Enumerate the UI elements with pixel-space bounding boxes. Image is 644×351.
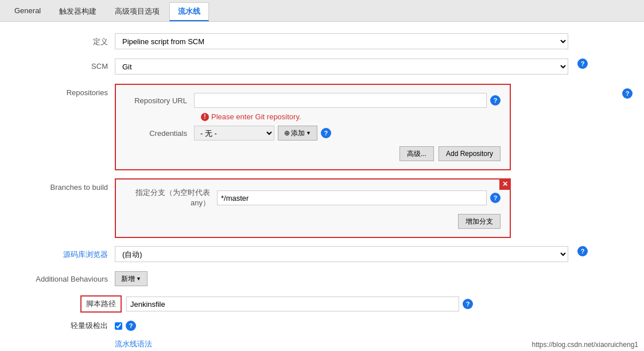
definition-section: 定义 Pipeline script from SCM — [23, 33, 633, 49]
add-credentials-arrow-icon: ▼ — [306, 130, 311, 136]
scm-select[interactable]: Git — [115, 58, 568, 75]
branch-row: 指定分支（为空时代表any） ? — [125, 188, 501, 208]
pipeline-cleanup-link[interactable]: 流水线语法 — [115, 340, 152, 348]
repo-url-input[interactable] — [194, 93, 487, 108]
add-branch-button[interactable]: 增加分支 — [458, 214, 501, 229]
behaviours-control: 新增 ▼ — [115, 271, 574, 286]
behaviours-label: Additional Behaviours — [23, 271, 115, 283]
tab-environment[interactable]: 高级项目选项 — [106, 2, 168, 21]
credentials-select[interactable]: - 无 - — [194, 126, 274, 141]
add-repository-button[interactable]: Add Repository — [439, 146, 501, 161]
repo-url-help-icon[interactable]: ? — [490, 95, 501, 106]
repositories-section: Repositories Repository URL ? ! Please e… — [23, 84, 633, 170]
repositories-label: Repositories — [23, 84, 115, 97]
lightweight-help-icon[interactable]: ? — [126, 321, 136, 331]
error-text: Please enter Git repository. — [211, 112, 301, 121]
lightweight-checkbox[interactable] — [115, 322, 122, 330]
tab-pipeline[interactable]: 流水线 — [169, 2, 209, 21]
browser-select[interactable]: (自动) — [115, 246, 568, 262]
status-bar: https://blog.csdn.net/xiaoruicheng1 — [526, 338, 644, 351]
new-behaviour-arrow-icon: ▼ — [136, 276, 141, 282]
script-path-input[interactable] — [126, 297, 459, 311]
definition-control: Pipeline script from SCM — [115, 33, 574, 49]
browser-label: 源码库浏览器 — [23, 246, 115, 260]
script-path-help-icon[interactable]: ? — [463, 299, 473, 309]
credentials-help-icon[interactable]: ? — [321, 128, 331, 138]
repo-url-label: Repository URL — [125, 96, 194, 105]
credentials-row: Credentials - 无 - ⊕ 添加 ▼ ? — [125, 126, 501, 141]
branches-label: Branches to build — [23, 178, 115, 192]
repositories-content: Repository URL ? ! Please enter Git repo… — [115, 84, 619, 170]
branches-section: Branches to build ✕ 指定分支（为空时代表any） ? 增加分… — [23, 178, 633, 238]
new-behaviour-label: 新增 — [121, 274, 135, 284]
script-path-label: 脚本路径 — [86, 299, 116, 308]
advanced-button[interactable]: 高级... — [399, 146, 434, 161]
tab-general[interactable]: General — [6, 2, 49, 21]
new-behaviour-button[interactable]: 新增 ▼ — [115, 271, 148, 286]
branch-actions: 增加分支 — [125, 214, 501, 229]
scm-label: SCM — [23, 58, 115, 71]
definition-label: 定义 — [23, 33, 115, 47]
browser-section: 源码库浏览器 (自动) ? — [23, 246, 633, 262]
add-credentials-label: 添加 — [291, 128, 305, 138]
tab-bar: General 触发器构建 高级项目选项 流水线 — [0, 0, 644, 22]
main-content: 定义 Pipeline script from SCM SCM Git ? Re… — [0, 22, 644, 351]
branches-content: ✕ 指定分支（为空时代表any） ? 增加分支 — [115, 178, 633, 238]
behaviours-section: Additional Behaviours 新增 ▼ — [23, 271, 633, 286]
branch-input[interactable] — [217, 190, 487, 205]
repositories-help-icon[interactable]: ? — [622, 88, 633, 99]
branch-label: 指定分支（为空时代表any） — [125, 188, 217, 208]
browser-help-icon[interactable]: ? — [577, 246, 588, 256]
repo-error-message: ! Please enter Git repository. — [201, 112, 501, 121]
script-path-section: 脚本路径 ? — [23, 295, 633, 313]
credentials-label: Credentials — [125, 129, 194, 138]
repo-actions: 高级... Add Repository — [125, 146, 501, 161]
error-circle-icon: ! — [201, 113, 209, 121]
browser-control: (自动) — [115, 246, 574, 262]
repositories-box: Repository URL ? ! Please enter Git repo… — [115, 84, 511, 170]
add-credentials-button[interactable]: ⊕ 添加 ▼ — [278, 126, 317, 141]
branches-box: ✕ 指定分支（为空时代表any） ? 增加分支 — [115, 178, 511, 238]
repo-url-row: Repository URL ? — [125, 93, 501, 108]
lightweight-label: 轻量级检出 — [71, 321, 108, 330]
lightweight-checkout-row: 轻量级检出 ? — [23, 321, 633, 331]
add-credentials-icon: ⊕ — [284, 129, 290, 137]
close-branch-button[interactable]: ✕ — [499, 178, 511, 190]
scm-help-icon[interactable]: ? — [577, 58, 588, 69]
scm-section: SCM Git ? — [23, 58, 633, 75]
script-path-label-box: 脚本路径 — [80, 295, 122, 313]
status-url: https://blog.csdn.net/xiaoruicheng1 — [532, 341, 638, 349]
tab-triggers[interactable]: 触发器构建 — [51, 2, 105, 21]
definition-select[interactable]: Pipeline script from SCM — [115, 33, 568, 49]
scm-control: Git — [115, 58, 574, 75]
branch-help-icon[interactable]: ? — [490, 193, 501, 203]
